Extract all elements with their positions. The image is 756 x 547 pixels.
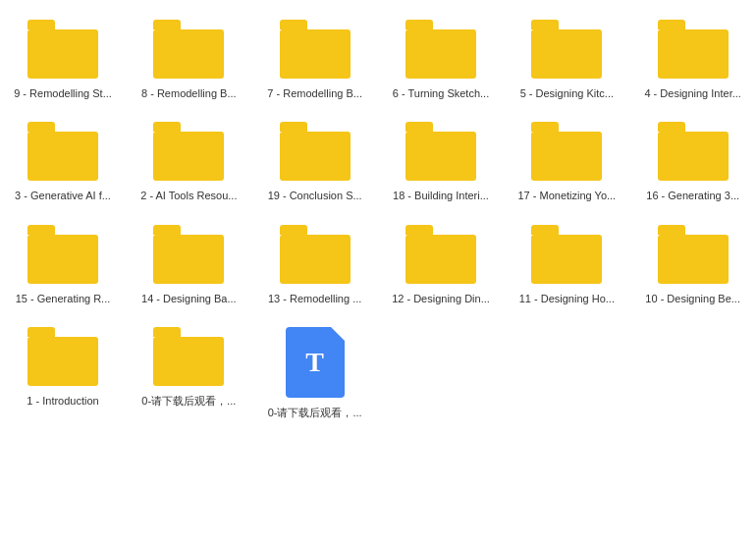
folder-icon	[405, 225, 476, 284]
grid-item-8[interactable]: 2 - AI Tools Resou...	[126, 112, 251, 214]
folder-icon	[531, 122, 602, 181]
grid-item-9[interactable]: 19 - Conclusion S...	[252, 112, 378, 214]
item-label: 0-请下载后观看，...	[135, 394, 243, 408]
file-icon-letter: T	[305, 347, 324, 378]
grid-item-19[interactable]: 1 - Introduction	[0, 317, 126, 431]
folder-icon	[153, 122, 224, 181]
item-label: 2 - AI Tools Resou...	[135, 189, 243, 202]
folder-icon	[153, 327, 224, 386]
folder-icon	[27, 327, 98, 386]
folder-icon	[405, 20, 476, 79]
grid-item-12[interactable]: 16 - Generating 3...	[630, 112, 756, 214]
item-label: 19 - Conclusion S...	[261, 189, 369, 202]
grid-item-16[interactable]: 12 - Designing Din...	[378, 215, 504, 317]
item-label: 12 - Designing Din...	[387, 292, 495, 305]
folder-icon	[153, 20, 224, 79]
grid-item-10[interactable]: 18 - Building Interi...	[378, 112, 504, 214]
folder-icon	[531, 225, 602, 284]
item-label: 11 - Designing Ho...	[513, 292, 621, 305]
folder-icon	[153, 225, 224, 284]
grid-item-14[interactable]: 14 - Designing Ba...	[126, 215, 251, 317]
grid-item-6[interactable]: 4 - Designing Inter...	[630, 10, 756, 112]
item-label: 8 - Remodelling B...	[135, 86, 243, 100]
item-label: 9 - Remodelling St...	[9, 86, 117, 100]
grid-item-18[interactable]: 10 - Designing Be...	[630, 215, 756, 317]
folder-icon	[405, 122, 476, 181]
folder-icon	[658, 122, 729, 181]
folder-icon	[658, 225, 729, 284]
item-label: 3 - Generative AI f...	[9, 189, 117, 202]
grid-item-5[interactable]: 5 - Designing Kitc...	[504, 10, 629, 112]
item-label: 10 - Designing Be...	[639, 292, 747, 305]
file-icon: T	[286, 327, 345, 398]
item-label: 4 - Designing Inter...	[639, 86, 747, 100]
grid-item-2[interactable]: 8 - Remodelling B...	[126, 10, 251, 112]
item-label: 5 - Designing Kitc...	[513, 86, 621, 100]
folder-icon	[27, 122, 98, 181]
grid-item-4[interactable]: 6 - Turning Sketch...	[378, 10, 504, 112]
folder-icon	[27, 20, 98, 79]
folder-icon	[280, 225, 351, 284]
folder-icon	[280, 122, 351, 181]
item-label: 1 - Introduction	[9, 394, 117, 408]
item-label: 13 - Remodelling ...	[261, 292, 369, 305]
grid-item-1[interactable]: 9 - Remodelling St...	[0, 10, 126, 112]
folder-icon	[280, 20, 351, 79]
item-label: 0-请下载后观看，...	[261, 406, 369, 419]
item-label: 16 - Generating 3...	[639, 189, 747, 202]
grid-item-3[interactable]: 7 - Remodelling B...	[252, 10, 378, 112]
grid-item-13[interactable]: 15 - Generating R...	[0, 215, 126, 317]
item-label: 17 - Monetizing Yo...	[513, 189, 621, 202]
grid-item-7[interactable]: 3 - Generative AI f...	[0, 112, 126, 214]
folder-icon	[531, 20, 602, 79]
item-label: 6 - Turning Sketch...	[387, 86, 495, 100]
file-grid: 9 - Remodelling St... 8 - Remodelling B.…	[0, 0, 756, 441]
grid-item-20[interactable]: 0-请下载后观看，...	[126, 317, 251, 431]
grid-item-11[interactable]: 17 - Monetizing Yo...	[504, 112, 629, 214]
item-label: 18 - Building Interi...	[387, 189, 495, 202]
item-label: 7 - Remodelling B...	[261, 86, 369, 100]
grid-item-17[interactable]: 11 - Designing Ho...	[504, 215, 629, 317]
folder-icon	[27, 225, 98, 284]
grid-item-15[interactable]: 13 - Remodelling ...	[252, 215, 378, 317]
item-label: 14 - Designing Ba...	[135, 292, 243, 305]
folder-icon	[658, 20, 729, 79]
item-label: 15 - Generating R...	[9, 292, 117, 305]
grid-item-21[interactable]: T 0-请下载后观看，...	[252, 317, 378, 431]
